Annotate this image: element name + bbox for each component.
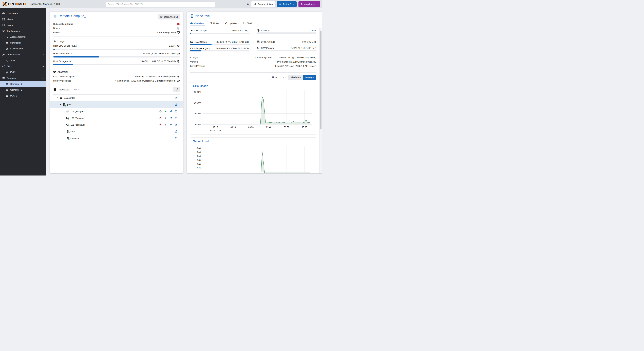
node-panel-scrollbar[interactable] [320,28,322,173]
sidebar-item-evpn[interactable]: EVPN [0,69,46,75]
tree-row-pve[interactable]: pve [50,101,183,108]
open-external-icon[interactable] [175,110,178,113]
book-icon [254,3,256,6]
servers-icon [60,96,62,99]
gauge-icon [190,22,193,24]
external-link-icon [160,16,162,18]
resources-refresh-button[interactable] [173,87,180,92]
svg-text:20.00%: 20.00% [194,102,201,104]
tasks-button[interactable]: Tasks: 0 [277,1,296,7]
life-ring-icon [6,48,8,50]
expander-caret-icon[interactable] [56,97,58,99]
power-button[interactable] [159,117,162,119]
sidebar-item-subscription[interactable]: Subscription [0,46,46,52]
tree-row-100-debian[interactable]: 100 (Debian) [50,115,183,121]
resources-filter-input[interactable] [72,87,170,92]
nodes-row: Nodes 1 [53,26,180,30]
user-menu-button[interactable]: root@pam [298,1,320,7]
tree-row-local[interactable]: local [50,128,183,135]
power-button[interactable] [159,124,162,126]
top-bar: PROXMOX Datacenter Manager 1.0.0 Documen… [0,0,322,8]
start-button[interactable] [164,110,167,113]
certificate-icon [6,42,8,44]
usage-section-header: Usage [53,38,180,44]
key-icon [6,36,8,38]
tab-shell[interactable]: Shell [243,20,252,26]
sitemap-icon [6,71,8,74]
power-button[interactable] [159,110,162,113]
pie-chart-icon [53,70,56,73]
servers-icon [53,88,56,91]
svg-text:0.60: 0.60 [197,159,201,161]
sidebar-item-dashboard[interactable]: Dashboard [0,10,46,16]
sidebar-item-pbs-1[interactable]: PBS_1 [0,93,46,99]
grid-icon [2,18,5,21]
sidebar-item-views[interactable]: Views [0,16,46,22]
sidebar-item-administration[interactable]: Administration [0,52,46,58]
caret-up-icon [42,30,44,32]
chevron-down-icon [283,76,285,78]
server-rows-icon [257,40,260,43]
sidebar-item-configuration[interactable]: Configuration [0,28,46,34]
documentation-button[interactable]: Documentation [252,1,275,7]
open-external-icon[interactable] [175,137,178,140]
svg-text:10:00: 10:00 [302,126,307,128]
node-panel-title: Node 'pve' [196,14,210,18]
tree-row-102-postgres[interactable]: 102 (Postgres) [50,108,183,115]
server-load-chart: 0.400.500.600.700.800.90 [193,144,313,173]
kernel-info-row: Kernel Version Linux 6.17.2-1-pve (2025-… [190,64,316,68]
disks-icon [177,60,180,63]
guests-row: Guests 2 / 3 (running / total) [53,30,180,34]
sidebar-item-notes[interactable]: Notes [0,22,46,28]
sidebar-item-remotes[interactable]: Remotes [0,75,46,81]
tree-row-datacenter[interactable]: Datacenter [50,94,183,101]
maximum-button[interactable]: Maximum [288,75,303,80]
tree-row-local-lvm[interactable]: local-lvm [50,135,183,142]
scroll-up-arrow[interactable] [320,28,322,30]
asterisk-icon[interactable] [247,3,250,6]
tree-row-101-opensuse[interactable]: 101 (opensuse) [50,121,183,128]
open-external-icon[interactable] [175,104,178,106]
remote-panel-title: Remote 'Compute_1' [58,14,88,18]
start-button[interactable] [164,124,167,126]
svg-text:0.50: 0.50 [197,163,201,165]
sidebar-item-certificates[interactable]: Certificates [0,40,46,46]
time-range-select[interactable]: Hour [270,75,286,80]
swap-usage-stat: SWAP usage 0.00% (0 B of 7.707 GiB) [257,46,316,51]
container-cube-icon [66,110,69,113]
refresh-icon [225,22,228,24]
host-memory-row: Host Memory used 35.99% (2.775 GiB of 7.… [53,52,180,56]
svg-text:09:30: 09:30 [248,126,254,128]
sidebar-item-access-control[interactable]: Access Control [0,34,46,40]
search-input[interactable] [106,1,215,7]
tab-overview[interactable]: Overview [190,20,204,26]
migrate-button[interactable] [170,124,172,126]
tab-updates[interactable]: Updates [225,20,237,26]
open-external-icon[interactable] [175,124,178,126]
expander-caret-icon[interactable] [60,104,62,106]
scrollbar-thumb[interactable] [320,31,322,129]
start-button[interactable] [164,117,167,119]
migrate-button[interactable] [170,117,172,119]
migrate-button[interactable] [170,110,172,113]
resources-tree: Datacenter pve 102 (Postgres) [50,94,183,142]
servers-icon [53,14,57,18]
user-icon [301,3,303,5]
open-external-icon[interactable] [175,117,178,119]
memory-icon [177,79,180,82]
sidebar-item-compute-2[interactable]: Compute_2 [0,87,46,93]
building-icon [190,14,194,18]
sidebar-item-shell[interactable]: Shell [0,58,46,64]
open-external-icon[interactable] [175,130,178,133]
version-info-row: Version pve-manager/9.1.1/42db4a6cf33dac… [190,60,316,64]
servers-icon [6,83,8,86]
memory-icon [177,52,180,55]
open-web-ui-button[interactable]: Open Web UI [158,14,180,20]
open-external-icon[interactable] [175,97,178,99]
svg-text:0.40: 0.40 [197,166,201,169]
average-button[interactable]: Average [303,75,316,80]
clock-icon [257,29,260,32]
sidebar-item-sdn[interactable]: SDN [0,64,46,69]
tab-notes[interactable]: Notes [209,20,219,26]
sidebar-item-compute-1[interactable]: Compute_1 [0,81,46,87]
